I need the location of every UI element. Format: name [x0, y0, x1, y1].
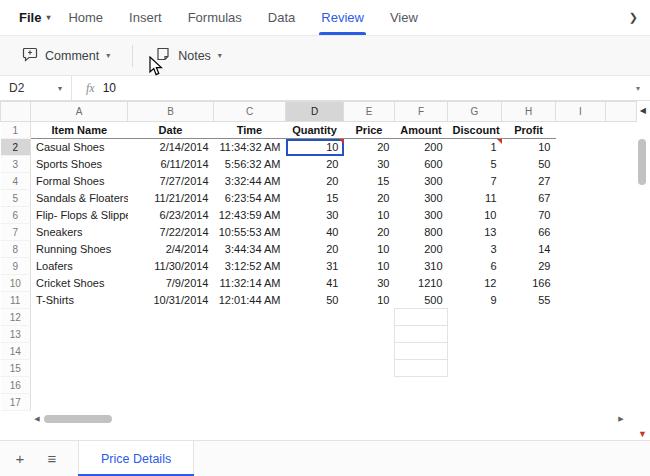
cell-E13[interactable]	[344, 326, 395, 343]
cell-D15[interactable]	[286, 360, 344, 377]
cell-F11[interactable]: 500	[395, 292, 448, 309]
formula-bar-expand-chevron-icon[interactable]: ▾	[636, 84, 640, 93]
cell-E12[interactable]	[344, 309, 395, 326]
cell-B7[interactable]: 7/22/2014	[128, 224, 214, 241]
cell-H4[interactable]: 27	[502, 173, 556, 190]
column-header-H[interactable]: H	[502, 102, 556, 122]
column-header-F[interactable]: F	[395, 102, 448, 122]
menu-item-view[interactable]: View	[377, 0, 431, 35]
cell-C5[interactable]: 6:23:54 AM	[214, 190, 286, 207]
cell-F7[interactable]: 800	[395, 224, 448, 241]
cell-G12[interactable]	[448, 309, 502, 326]
menu-item-home[interactable]: Home	[55, 0, 116, 35]
cell-F6[interactable]: 300	[395, 207, 448, 224]
cell-extra-11[interactable]	[606, 292, 637, 309]
cell-C2[interactable]: 11:34:32 AM	[214, 139, 286, 156]
formula-input[interactable]: 10	[103, 81, 626, 95]
cell-H8[interactable]: 14	[502, 241, 556, 258]
cell-F9[interactable]: 310	[395, 258, 448, 275]
cell-A2[interactable]: Casual Shoes	[31, 139, 128, 156]
cell-B3[interactable]: 6/11/2014	[128, 156, 214, 173]
cell-D6[interactable]: 30	[286, 207, 344, 224]
cell-H1[interactable]: Profit	[502, 122, 556, 139]
column-header-G[interactable]: G	[448, 102, 502, 122]
cell-D16[interactable]	[286, 377, 344, 394]
row-header-8[interactable]: 8	[1, 241, 31, 258]
scroll-right-icon[interactable]: ▶	[614, 415, 628, 423]
cell-B2[interactable]: 2/14/2014	[128, 139, 214, 156]
cell-I10[interactable]	[556, 275, 606, 292]
cell-D5[interactable]: 15	[286, 190, 344, 207]
comment-button[interactable]: Comment ▾	[14, 40, 118, 71]
cell-H12[interactable]	[502, 309, 556, 326]
cell-A17[interactable]	[31, 394, 128, 411]
cell-extra-15[interactable]	[606, 360, 637, 377]
cell-F5[interactable]: 300	[395, 190, 448, 207]
menu-item-insert[interactable]: Insert	[116, 0, 175, 35]
cell-G17[interactable]	[448, 394, 502, 411]
cell-C10[interactable]: 11:32:14 AM	[214, 275, 286, 292]
sheet-list-icon[interactable]: ≡	[36, 441, 68, 476]
cell-D8[interactable]: 20	[286, 241, 344, 258]
cell-extra-14[interactable]	[606, 343, 637, 360]
cell-B8[interactable]: 2/4/2014	[128, 241, 214, 258]
cell-F12[interactable]	[395, 309, 448, 326]
row-header-12[interactable]: 12	[1, 309, 31, 326]
cell-B6[interactable]: 6/23/2014	[128, 207, 214, 224]
cell-G4[interactable]: 7	[448, 173, 502, 190]
row-header-9[interactable]: 9	[1, 258, 31, 275]
cell-H15[interactable]	[502, 360, 556, 377]
cell-D1[interactable]: Quantity	[286, 122, 344, 139]
cell-F3[interactable]: 600	[395, 156, 448, 173]
menu-item-data[interactable]: Data	[255, 0, 308, 35]
column-header-D[interactable]: D	[286, 102, 344, 122]
cell-H3[interactable]: 50	[502, 156, 556, 173]
cell-B16[interactable]	[128, 377, 214, 394]
row-header-17[interactable]: 17	[1, 394, 31, 411]
cell-A11[interactable]: T-Shirts	[31, 292, 128, 309]
cell-B10[interactable]: 7/9/2014	[128, 275, 214, 292]
cell-B13[interactable]	[128, 326, 214, 343]
cell-E10[interactable]: 30	[344, 275, 395, 292]
notes-button[interactable]: Notes ▾	[147, 40, 230, 71]
row-header-14[interactable]: 14	[1, 343, 31, 360]
cell-H5[interactable]: 67	[502, 190, 556, 207]
row-header-13[interactable]: 13	[1, 326, 31, 343]
cell-F8[interactable]: 200	[395, 241, 448, 258]
row-header-4[interactable]: 4	[1, 173, 31, 190]
cell-I6[interactable]	[556, 207, 606, 224]
cell-E1[interactable]: Price	[344, 122, 395, 139]
row-header-5[interactable]: 5	[1, 190, 31, 207]
cell-F2[interactable]: 200	[395, 139, 448, 156]
cell-F14[interactable]	[395, 343, 448, 360]
cell-G3[interactable]: 5	[448, 156, 502, 173]
cell-E4[interactable]: 15	[344, 173, 395, 190]
cell-E5[interactable]: 20	[344, 190, 395, 207]
cell-extra-4[interactable]	[606, 173, 637, 190]
cell-D10[interactable]: 41	[286, 275, 344, 292]
cell-D2[interactable]: 10	[286, 139, 344, 156]
cell-G5[interactable]: 11	[448, 190, 502, 207]
cell-I8[interactable]	[556, 241, 606, 258]
cell-A14[interactable]	[31, 343, 128, 360]
cell-I4[interactable]	[556, 173, 606, 190]
cell-I1[interactable]	[556, 122, 606, 139]
cell-I14[interactable]	[556, 343, 606, 360]
cell-G1[interactable]: Discount	[448, 122, 502, 139]
cell-G10[interactable]: 12	[448, 275, 502, 292]
cell-C7[interactable]: 10:55:53 AM	[214, 224, 286, 241]
menu-overflow-chevron-icon[interactable]: ❯	[629, 11, 638, 24]
cell-G13[interactable]	[448, 326, 502, 343]
vertical-scrollbar[interactable]: ▼	[636, 123, 649, 432]
cell-E3[interactable]: 30	[344, 156, 395, 173]
cell-C14[interactable]	[214, 343, 286, 360]
cell-F1[interactable]: Amount	[395, 122, 448, 139]
cell-G14[interactable]	[448, 343, 502, 360]
cell-I12[interactable]	[556, 309, 606, 326]
cell-C12[interactable]	[214, 309, 286, 326]
cell-I5[interactable]	[556, 190, 606, 207]
cell-extra-1[interactable]	[606, 122, 637, 139]
cell-G8[interactable]: 3	[448, 241, 502, 258]
row-header-10[interactable]: 10	[1, 275, 31, 292]
cell-F17[interactable]	[395, 394, 448, 411]
